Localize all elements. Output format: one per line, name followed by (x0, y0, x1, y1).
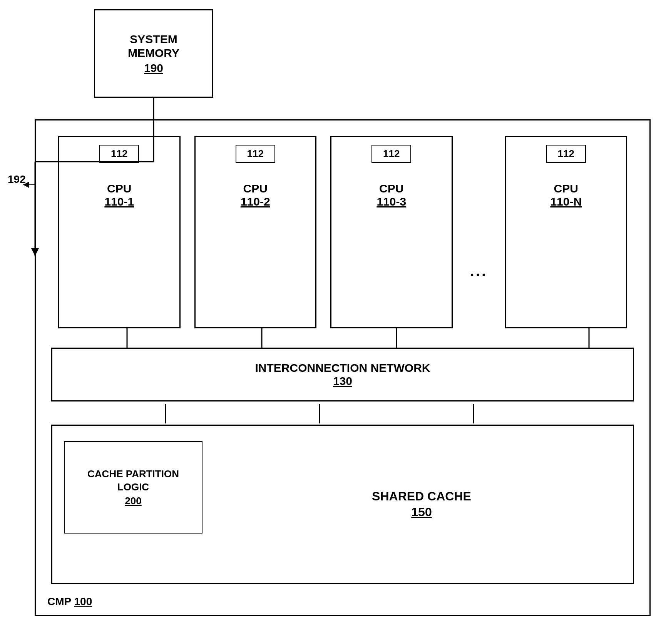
cpu-name-n: CPU (554, 182, 578, 195)
cpu-box-n: 112 CPU 110-N (505, 136, 627, 328)
cpu-name-2: CPU (243, 182, 268, 195)
cache-partition-line2: LOGIC (117, 481, 149, 493)
cmp-name: CMP (47, 595, 71, 607)
cache-partition-ref: 200 (125, 495, 141, 507)
cpu-box-2: 112 CPU 110-2 (194, 136, 317, 328)
cmp-ref-192-label: 192 (8, 173, 26, 186)
shared-cache-ref: 150 (411, 505, 432, 519)
cpu-box-1: 112 CPU 110-1 (58, 136, 181, 328)
system-memory-box: SYSTEM MEMORY 190 (94, 9, 213, 98)
dots-separator: ... (464, 136, 494, 328)
cmp-ref: 100 (74, 595, 92, 607)
system-memory-label: SYSTEM MEMORY (128, 32, 179, 60)
system-memory-line1: SYSTEM (130, 33, 177, 45)
cpu-cache-ref-n: 112 (546, 145, 586, 163)
cache-partition-label: CACHE PARTITION LOGIC (87, 468, 179, 494)
cpu-cache-label-2: 112 (247, 148, 264, 159)
cpu-ref-2: 110-2 (241, 195, 270, 208)
shared-cache-main-label: SHARED CACHE (372, 489, 471, 503)
interconnect-ref: 130 (333, 375, 352, 388)
cmp-outer-box: 112 CPU 110-1 112 CPU 110-2 (35, 119, 651, 616)
cpu-label-2: CPU (243, 182, 268, 195)
cpu-cache-ref-1: 112 (99, 145, 139, 163)
cpus-row: 112 CPU 110-1 112 CPU 110-2 (51, 136, 634, 328)
cpu-cache-label-1: 112 (111, 148, 127, 159)
diagram-container: SYSTEM MEMORY 190 112 CPU 110-1 112 (0, 0, 671, 644)
dots-text: ... (470, 262, 487, 279)
interconnect-label: INTERCONNECTION NETWORK (255, 361, 430, 375)
cpu-box-3: 112 CPU 110-3 (330, 136, 453, 328)
cpu-cache-label-3: 112 (383, 148, 400, 159)
interconnect-box: INTERCONNECTION NETWORK 130 (51, 348, 634, 401)
shared-cache-label-area: SHARED CACHE 150 (226, 489, 617, 519)
cache-partition-box: CACHE PARTITION LOGIC 200 (64, 441, 202, 534)
cmp-ref-192-text: 192 (8, 173, 26, 185)
cpu-name-1: CPU (107, 182, 131, 195)
system-memory-line2: MEMORY (128, 47, 179, 59)
cpu-label-1: CPU (107, 182, 131, 195)
cpu-ref-n: 110-N (550, 195, 582, 208)
cmp-label: CMP 100 (47, 595, 92, 608)
cpu-cache-label-n: 112 (558, 148, 574, 159)
cpu-cache-ref-2: 112 (236, 145, 275, 163)
cpu-label-3: CPU (379, 182, 403, 195)
shared-cache-area: CACHE PARTITION LOGIC 200 SHARED CACHE 1… (51, 425, 634, 584)
cache-partition-line1: CACHE PARTITION (87, 468, 179, 480)
cpu-ref-1: 110-1 (104, 195, 134, 208)
cpu-name-3: CPU (379, 182, 403, 195)
system-memory-ref: 190 (144, 62, 163, 75)
cpu-cache-ref-3: 112 (371, 145, 411, 163)
cpu-label-n: CPU (554, 182, 578, 195)
cpu-ref-3: 110-3 (376, 195, 406, 208)
